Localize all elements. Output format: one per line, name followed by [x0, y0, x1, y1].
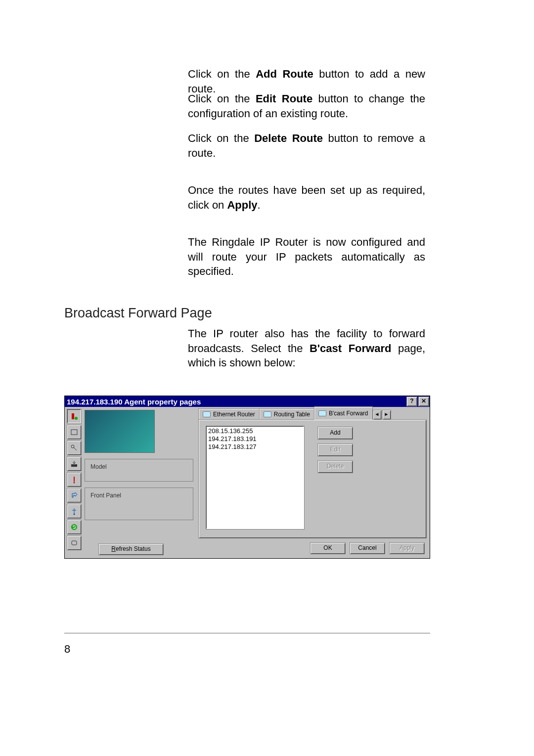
text: Click on the	[188, 92, 256, 105]
footer-rule	[64, 633, 430, 633]
paragraph-configured: The Ringdale IP Router is now configured…	[188, 235, 425, 279]
bold-edit-route: Edit Route	[256, 92, 312, 105]
paragraph-edit-route: Click on the Edit Route button to change…	[188, 91, 425, 121]
dialog-bottom-buttons: OK Cancel Apply	[310, 542, 425, 554]
close-button[interactable]: ✕	[418, 397, 429, 406]
svg-rect-0	[72, 413, 74, 419]
sidebar	[67, 409, 82, 556]
bold-delete-route: Delete Route	[254, 132, 323, 144]
bold-apply: Apply	[227, 199, 257, 211]
cancel-button[interactable]: Cancel	[350, 542, 385, 554]
front-panel-legend: Front Panel	[89, 492, 123, 499]
refresh-underline: R	[111, 545, 116, 552]
text: Click on the	[188, 132, 254, 144]
svg-point-7	[74, 514, 75, 515]
svg-rect-2	[71, 430, 77, 435]
ok-button[interactable]: OK	[310, 542, 346, 554]
list-item[interactable]: 194.217.183.191	[208, 435, 302, 443]
sidebar-icon-3[interactable]	[67, 441, 82, 455]
add-button[interactable]: Add	[317, 427, 353, 440]
model-fieldset: Model	[85, 459, 193, 482]
bold-add-route: Add Route	[256, 68, 313, 80]
tab-icon	[318, 410, 326, 416]
section-heading: Broadcast Forward Page	[64, 306, 212, 321]
tab-bcast-forward[interactable]: B'cast Forward	[314, 406, 373, 420]
delete-button[interactable]: Delete	[317, 460, 353, 473]
tab-label: Routing Table	[274, 411, 310, 418]
model-legend: Model	[89, 463, 108, 470]
help-button[interactable]: ?	[406, 397, 417, 406]
agent-property-dialog: 194.217.183.190 Agent property pages ? ✕	[64, 396, 430, 559]
apply-button[interactable]: Apply	[389, 542, 425, 554]
sidebar-icon-5[interactable]	[67, 472, 82, 487]
sidebar-icon-1[interactable]	[67, 409, 82, 424]
paragraph-delete-route: Click on the Delete Route button to remo…	[188, 131, 425, 160]
paragraph-apply: Once the routes have been set up as requ…	[188, 183, 425, 212]
refresh-label-rest: efresh Status	[116, 545, 151, 552]
sidebar-icon-9[interactable]	[67, 535, 82, 550]
bold-bcast-forward: B'cast Forward	[310, 342, 391, 355]
bcast-forward-page: 208.15.136.255 194.217.183.191 194.217.1…	[198, 419, 427, 538]
tab-scroll-left[interactable]: ◄	[373, 410, 382, 420]
sidebar-icon-4[interactable]	[67, 456, 82, 471]
text: Once the routes have been set up as requ…	[188, 184, 425, 211]
tab-label: Ethernet Router	[213, 411, 255, 418]
window-title: 194.217.183.190 Agent property pages	[67, 398, 201, 406]
svg-point-6	[74, 482, 75, 484]
tab-routing-table[interactable]: Routing Table	[259, 408, 314, 420]
svg-rect-5	[74, 477, 75, 482]
tab-strip: Ethernet Router Routing Table B'cast For…	[198, 409, 427, 420]
tab-icon	[203, 411, 211, 417]
sidebar-icon-7[interactable]	[67, 504, 82, 519]
tab-scroll-right[interactable]: ►	[382, 410, 391, 420]
device-panel: Model Front Panel	[85, 410, 193, 558]
sidebar-icon-2[interactable]	[67, 425, 82, 440]
titlebar[interactable]: 194.217.183.190 Agent property pages ? ✕	[65, 396, 430, 407]
page-number: 8	[64, 643, 70, 656]
text: Click on the	[188, 68, 256, 80]
tab-ethernet-router[interactable]: Ethernet Router	[198, 408, 260, 420]
tab-icon	[264, 411, 271, 417]
svg-rect-4	[71, 464, 77, 467]
svg-point-1	[75, 417, 78, 420]
device-image	[85, 410, 155, 453]
broadcast-list[interactable]: 208.15.136.255 194.217.183.191 194.217.1…	[206, 426, 305, 530]
edit-button[interactable]: Edit	[317, 444, 353, 456]
text: .	[258, 199, 261, 211]
sidebar-icon-8[interactable]	[67, 520, 82, 534]
tab-label: B'cast Forward	[329, 410, 368, 417]
list-item[interactable]: 208.15.136.255	[208, 427, 302, 435]
refresh-status-button[interactable]: Refresh Status	[98, 543, 164, 555]
front-panel-fieldset: Front Panel	[85, 488, 193, 520]
paragraph-bcast-intro: The IP router also has the facility to f…	[188, 326, 425, 370]
list-item[interactable]: 194.217.183.127	[208, 443, 302, 451]
svg-rect-9	[72, 541, 77, 545]
sidebar-icon-6[interactable]	[67, 488, 82, 503]
